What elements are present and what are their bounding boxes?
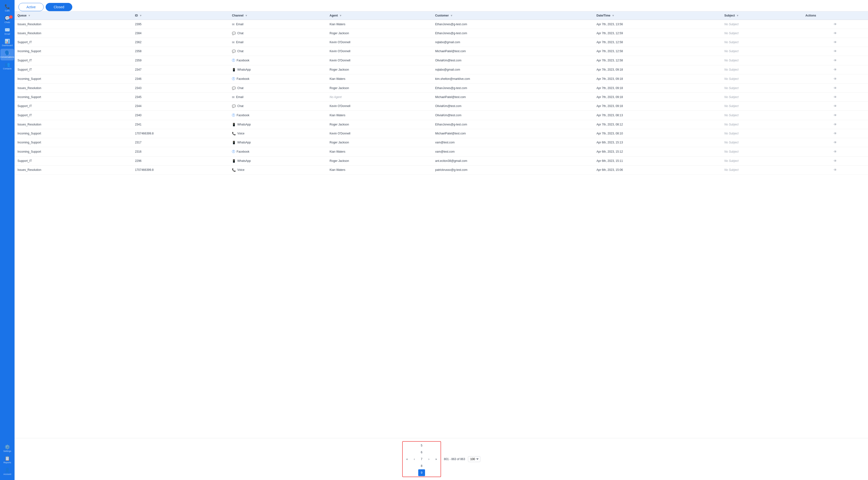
channel-icon-email: ✉: [232, 95, 235, 99]
page-btn-6[interactable]: 6: [418, 449, 425, 456]
view-button[interactable]: 👁: [834, 77, 837, 81]
filter-agent[interactable]: ▼: [339, 14, 342, 17]
cell-datetime: Apr 7th, 2023, 12:58: [594, 47, 721, 56]
sidebar-item-contacts[interactable]: 👥 Contacts: [0, 60, 14, 72]
view-button[interactable]: 👁: [834, 95, 837, 99]
filter-channel[interactable]: ▼: [245, 14, 248, 17]
col-header-channel: Channel▼: [229, 11, 327, 20]
page-btn-8[interactable]: 8: [418, 462, 425, 469]
pagination-next[interactable]: ›: [426, 456, 432, 462]
cell-actions: 👁: [803, 65, 868, 74]
sidebar-item-chats[interactable]: 💬 Chats 1: [0, 14, 14, 26]
main-content: Active Closed Queue▼ID▼Channel▼Agent▼Cus…: [14, 0, 868, 480]
view-button[interactable]: 👁: [834, 59, 837, 62]
cell-customer: OliviaKim@test.com: [432, 111, 594, 120]
page-btn-5[interactable]: 5: [418, 442, 425, 449]
cell-datetime: Apr 7th, 2023, 08:12: [594, 120, 721, 129]
reports-icon: 📋: [5, 456, 10, 460]
channel-icon-chat: 💬: [232, 50, 236, 53]
sidebar-item-account[interactable]: 👤 Account: [0, 466, 14, 478]
view-button[interactable]: 👁: [834, 168, 837, 172]
sidebar-item-label-account: Account: [3, 473, 11, 476]
view-button[interactable]: 👁: [834, 68, 837, 71]
page-btn-9[interactable]: 9: [418, 469, 425, 476]
table-row: Incoming_Support2316ⓕFacebookKian Waters…: [14, 147, 868, 156]
cell-actions: 👁: [803, 84, 868, 93]
sidebar-item-conversations[interactable]: 🗣️ Conversations: [0, 49, 14, 60]
page-btn-7[interactable]: 7: [418, 456, 425, 462]
per-page-select[interactable]: 2550100: [468, 456, 480, 462]
col-header-datetime: Date/Time▼: [594, 11, 721, 20]
view-button[interactable]: 👁: [834, 49, 837, 53]
cell-customer: EthanJones@g-test.com: [432, 120, 594, 129]
table-row: Issues_Resolution2395✉EmailKian WatersEt…: [14, 20, 868, 29]
channel-icon-facebook: ⓕ: [232, 149, 235, 154]
table-row: Support_IT2344💬ChatKevin O'DonnellOlivia…: [14, 102, 868, 111]
cell-queue: Incoming_Support: [14, 138, 132, 147]
view-button[interactable]: 👁: [834, 131, 837, 136]
col-header-subject: Subject▼: [721, 11, 803, 20]
cell-channel: ✉Email: [229, 20, 327, 29]
cell-datetime: Apr 7th, 2023, 09:18: [594, 102, 721, 111]
view-button[interactable]: 👁: [834, 123, 837, 126]
cell-id: 2346: [132, 74, 229, 84]
filter-datetime[interactable]: ▼: [612, 14, 615, 17]
cell-subject: No Subject: [721, 38, 803, 47]
cell-subject: No Subject: [721, 129, 803, 138]
tab-active[interactable]: Active: [19, 3, 44, 11]
view-button[interactable]: 👁: [834, 86, 837, 90]
table-row: Issues_Resolution2341📱WhatsAppRoger Jack…: [14, 120, 868, 129]
view-button[interactable]: 👁: [834, 40, 837, 44]
filter-customer[interactable]: ▼: [450, 14, 453, 17]
cell-agent: No Agent: [327, 93, 432, 102]
cell-queue: Incoming_Support: [14, 74, 132, 84]
table-row: Incoming_Support1707466399.8📞VoiceKevin …: [14, 129, 868, 138]
pagination-first[interactable]: «: [404, 456, 410, 462]
channel-icon-whatsapp: 📱: [232, 123, 236, 126]
cell-id: 2362: [132, 38, 229, 47]
view-button[interactable]: 👁: [834, 104, 837, 108]
filter-queue[interactable]: ▼: [28, 14, 31, 17]
cell-datetime: Apr 7th, 2023, 12:58: [594, 56, 721, 65]
cell-datetime: Apr 7th, 2023, 09:18: [594, 84, 721, 93]
cell-actions: 👁: [803, 129, 868, 138]
calls-icon: 📞: [5, 4, 10, 9]
sidebar-item-label-reports: Reports: [3, 461, 11, 464]
cell-customer: nqlabo@gmail.com: [432, 38, 594, 47]
sidebar-item-calls[interactable]: 📞 Calls: [0, 2, 14, 14]
channel-icon-email: ✉: [232, 40, 235, 44]
sidebar-item-settings[interactable]: ⚙️ Settings: [0, 443, 14, 454]
cell-agent: Kevin O'Donnell: [327, 38, 432, 47]
cell-queue: Support_IT: [14, 156, 132, 166]
cell-agent: Kevin O'Donnell: [327, 102, 432, 111]
cell-actions: 👁: [803, 74, 868, 84]
view-button[interactable]: 👁: [834, 141, 837, 144]
cell-queue: Support_IT: [14, 111, 132, 120]
col-header-actions: Actions: [803, 11, 868, 20]
conversations-icon: 🗣️: [5, 51, 10, 55]
sidebar-item-dashboard[interactable]: 📊 Dashboard: [0, 37, 14, 49]
sidebar-item-reports[interactable]: 📋 Reports: [0, 454, 14, 466]
view-button[interactable]: 👁: [834, 31, 837, 35]
sidebar-item-email[interactable]: ✉️ Email: [0, 26, 14, 37]
filter-subject[interactable]: ▼: [736, 14, 739, 17]
cell-id: 2395: [132, 20, 229, 29]
view-button[interactable]: 👁: [834, 113, 837, 117]
view-button[interactable]: 👁: [834, 159, 837, 163]
view-button[interactable]: 👁: [834, 150, 837, 154]
cell-queue: Incoming_Support: [14, 147, 132, 156]
tab-closed[interactable]: Closed: [45, 3, 72, 11]
cell-id: 2343: [132, 84, 229, 93]
pagination-last[interactable]: »: [433, 456, 440, 462]
pagination-prev[interactable]: ‹: [411, 456, 418, 462]
filter-id[interactable]: ▼: [139, 14, 142, 17]
col-header-queue: Queue▼: [14, 11, 132, 20]
sidebar-item-label-dashboard: Dashboard: [2, 44, 12, 47]
cell-subject: No Subject: [721, 138, 803, 147]
view-button[interactable]: 👁: [834, 22, 837, 26]
cell-queue: Issues_Resolution: [14, 84, 132, 93]
cell-subject: No Subject: [721, 56, 803, 65]
channel-icon-facebook: ⓕ: [232, 77, 235, 81]
channel-icon-whatsapp: 📱: [232, 68, 236, 71]
cell-queue: Incoming_Support: [14, 93, 132, 102]
